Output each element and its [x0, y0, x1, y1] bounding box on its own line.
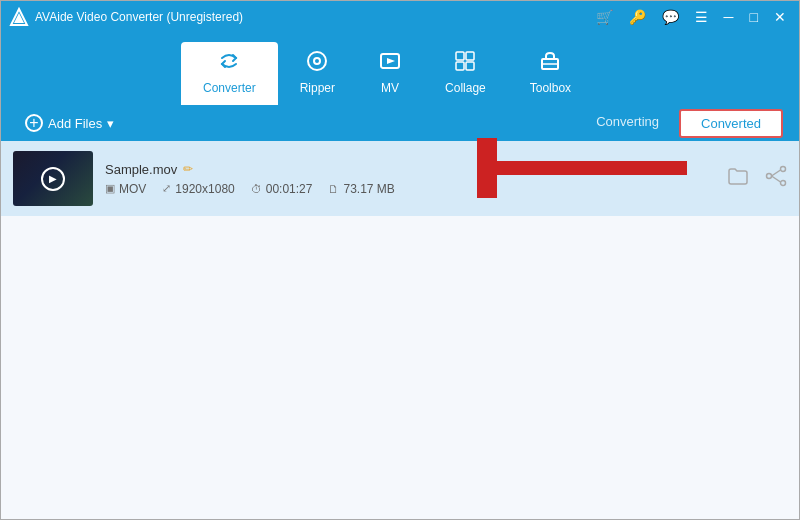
- svg-line-14: [772, 170, 781, 176]
- window-title: AVAide Video Converter (Unregistered): [35, 10, 591, 24]
- resolution-icon: ⤢: [162, 182, 171, 195]
- svg-line-15: [772, 176, 781, 182]
- tab-toolbox[interactable]: Toolbox: [508, 42, 593, 105]
- file-row: ▶ Sample.mov ✏ ▣ MOV ⤢ 1920x1080: [1, 141, 799, 216]
- mv-icon: [379, 50, 401, 77]
- share-icon[interactable]: [765, 165, 787, 192]
- edit-icon[interactable]: ✏: [183, 162, 193, 176]
- dropdown-arrow-icon: ▾: [107, 116, 114, 131]
- app-logo: [9, 7, 29, 27]
- meta-resolution: ⤢ 1920x1080: [162, 182, 234, 196]
- plus-icon: +: [25, 114, 43, 132]
- file-info: Sample.mov ✏ ▣ MOV ⤢ 1920x1080 ⏱ 00:01:2…: [105, 162, 715, 196]
- svg-rect-7: [456, 62, 464, 70]
- collage-icon: [454, 50, 476, 77]
- menu-icon[interactable]: ☰: [690, 7, 713, 27]
- tab-collage[interactable]: Collage: [423, 42, 508, 105]
- tab-mv-label: MV: [381, 81, 399, 95]
- tab-mv[interactable]: MV: [357, 42, 423, 105]
- gift-icon[interactable]: 🔑: [624, 7, 651, 27]
- svg-point-12: [781, 181, 786, 186]
- format-icon: ▣: [105, 182, 115, 195]
- svg-point-11: [781, 167, 786, 172]
- file-meta: ▣ MOV ⤢ 1920x1080 ⏱ 00:01:27 🗋 73.17 MB: [105, 182, 715, 196]
- filesize-icon: 🗋: [328, 183, 339, 195]
- add-files-button[interactable]: + Add Files ▾: [17, 110, 122, 136]
- converter-icon: [218, 50, 240, 77]
- file-name: Sample.mov: [105, 162, 177, 177]
- svg-rect-6: [466, 52, 474, 60]
- minimize-button[interactable]: ─: [719, 7, 739, 27]
- svg-point-3: [314, 58, 320, 64]
- tab-toolbox-label: Toolbox: [530, 81, 571, 95]
- toolbox-icon: [539, 50, 561, 77]
- tab-collage-label: Collage: [445, 81, 486, 95]
- maximize-button[interactable]: □: [745, 7, 763, 27]
- title-bar: AVAide Video Converter (Unregistered) 🛒 …: [1, 1, 799, 33]
- svg-point-13: [767, 174, 772, 179]
- svg-point-2: [308, 52, 326, 70]
- play-button[interactable]: ▶: [41, 167, 65, 191]
- sub-tab-bar: + Add Files ▾ Converting Converted: [1, 105, 799, 141]
- ripper-icon: [306, 50, 328, 77]
- sub-tabs: Converting Converted: [576, 109, 783, 138]
- meta-size: 🗋 73.17 MB: [328, 182, 394, 196]
- tab-ripper-label: Ripper: [300, 81, 335, 95]
- svg-rect-5: [456, 52, 464, 60]
- nav-tabs-area: Converter Ripper MV: [1, 33, 799, 105]
- meta-format: ▣ MOV: [105, 182, 146, 196]
- tab-ripper[interactable]: Ripper: [278, 42, 357, 105]
- subtab-converting[interactable]: Converting: [576, 109, 679, 138]
- subtab-converted[interactable]: Converted: [679, 109, 783, 138]
- tab-converter[interactable]: Converter: [181, 42, 278, 105]
- main-content: ▶ Sample.mov ✏ ▣ MOV ⤢ 1920x1080: [1, 141, 799, 520]
- cart-icon[interactable]: 🛒: [591, 7, 618, 27]
- chat-icon[interactable]: 💬: [657, 7, 684, 27]
- close-button[interactable]: ✕: [769, 7, 791, 27]
- window-controls: 🛒 🔑 💬 ☰ ─ □ ✕: [591, 7, 791, 27]
- meta-duration: ⏱ 00:01:27: [251, 182, 313, 196]
- nav-right-icons: [787, 97, 799, 105]
- file-actions: [727, 165, 787, 192]
- tab-converter-label: Converter: [203, 81, 256, 95]
- clock-icon: ⏱: [251, 183, 262, 195]
- file-thumbnail[interactable]: ▶: [13, 151, 93, 206]
- open-folder-icon[interactable]: [727, 165, 749, 192]
- svg-rect-8: [466, 62, 474, 70]
